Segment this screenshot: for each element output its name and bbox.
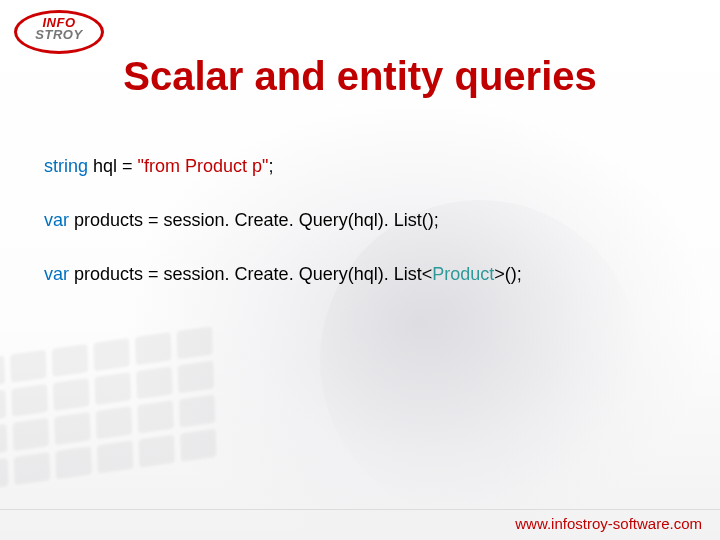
string-literal: "from Product p": [138, 156, 269, 176]
code-line-1: string hql = "from Product p";: [44, 156, 664, 177]
background-keyboard: [0, 319, 272, 532]
background-globe: [320, 200, 640, 520]
keyword-var: var: [44, 210, 69, 230]
code-text: >();: [494, 264, 522, 284]
code-text: hql =: [88, 156, 138, 176]
code-line-3: var products = session. Create. Query(hq…: [44, 264, 664, 285]
logo-line2: STROY: [14, 29, 104, 41]
keyword-var: var: [44, 264, 69, 284]
code-line-2: var products = session. Create. Query(hq…: [44, 210, 664, 231]
logo-text: INFO STROY: [14, 17, 104, 41]
type-parameter: Product: [432, 264, 494, 284]
brand-logo: INFO STROY: [14, 10, 104, 54]
slide-title: Scalar and entity queries: [0, 54, 720, 99]
code-text: products = session. Create. Query(hql). …: [69, 210, 439, 230]
code-text: ;: [268, 156, 273, 176]
footer-divider: [0, 509, 720, 510]
keyword-string: string: [44, 156, 88, 176]
footer-url: www.infostroy-software.com: [515, 515, 702, 532]
slide: { "logo": { "line1": "INFO", "line2": "S…: [0, 0, 720, 540]
code-text: products = session. Create. Query(hql). …: [69, 264, 432, 284]
